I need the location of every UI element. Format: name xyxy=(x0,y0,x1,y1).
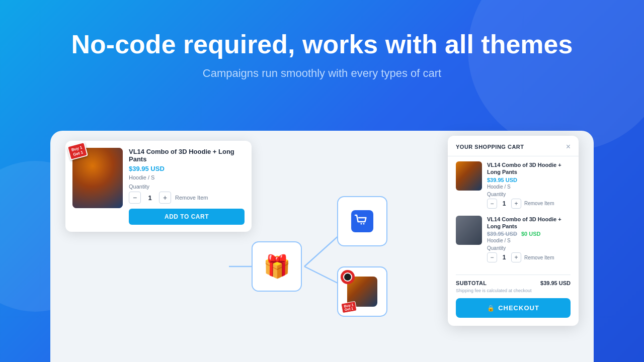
cart-item-variant: Hoodie / S xyxy=(487,184,571,190)
qty-increase-btn[interactable]: + xyxy=(159,192,171,204)
product-details: VL14 Combo of 3D Hoodie + Long Pants $39… xyxy=(129,148,245,225)
svg-point-5 xyxy=(363,223,365,225)
cart-item-variant: Hoodie / S xyxy=(487,238,571,243)
hero-title: No-code required, works with all themes xyxy=(0,30,644,59)
cart-panel: YOUR SHOPPING CART × VL14 Combo of 3D Ho… xyxy=(448,136,579,326)
cart-remove-link[interactable]: Remove Item xyxy=(524,255,554,260)
checkout-button[interactable]: 🔒 CHECKOUT xyxy=(456,298,571,318)
cart-qty-increase[interactable]: + xyxy=(511,252,521,262)
qty-decrease-btn[interactable]: − xyxy=(129,192,141,204)
main-card: Buy 1Get 1 VL14 Combo of 3D Hoodie + Lon… xyxy=(50,131,594,362)
cart-qty-label: Quantity xyxy=(487,245,571,251)
cart-divider xyxy=(456,275,571,275)
product-variant: Hoodie / S xyxy=(129,174,245,180)
cart-qty-value: 1 xyxy=(500,200,508,207)
qty-label: Quantity xyxy=(129,184,245,190)
svg-point-4 xyxy=(361,223,362,225)
gift-box: 🎁 xyxy=(252,241,302,292)
cart-qty-row: − 1 + Remove Item xyxy=(487,252,571,262)
cart-item-price: $39.95 USD xyxy=(487,177,571,183)
shipping-note: Shipping fee is calculated at checkout xyxy=(448,288,579,298)
cart-item-info: VL14 Combo of 3D Hoodie + Long Pants $39… xyxy=(487,161,571,209)
lock-icon: 🔒 xyxy=(487,305,495,312)
cart-item-image xyxy=(456,161,482,191)
cart-item-free-price: $0 USD xyxy=(521,231,541,237)
cart-box xyxy=(337,196,387,246)
product-image-wrap: Buy 1Get 1 xyxy=(72,148,123,208)
cart-subtotal: SUBTOTAL $39.95 USD xyxy=(448,280,579,288)
qty-value: 1 xyxy=(145,194,155,202)
cart-item-info: VL14 Combo of 3D Hoodie + Long Pants $39… xyxy=(487,216,571,263)
cart-item: VL14 Combo of 3D Hoodie + Long Pants $39… xyxy=(456,216,571,263)
cart-item-original-price: $39.95 USD xyxy=(487,231,517,237)
cart-qty-label: Quantity xyxy=(487,192,571,197)
product-price: $39.95 USD xyxy=(129,165,245,172)
cart-close-button[interactable]: × xyxy=(566,143,571,151)
cart-header: YOUR SHOPPING CART × xyxy=(448,136,579,156)
shopping-cart-icon xyxy=(349,208,375,234)
add-to-cart-button[interactable]: ADD TO CART xyxy=(129,209,245,225)
cart-items-list: VL14 Combo of 3D Hoodie + Long Pants $39… xyxy=(448,156,579,275)
cart-item-name: VL14 Combo of 3D Hoodie + Long Pants xyxy=(487,161,571,176)
cart-qty-row: − 1 + Remove Item xyxy=(487,199,571,209)
cart-qty-value: 1 xyxy=(500,254,508,261)
qty-row: − 1 + Remove Item xyxy=(129,192,245,204)
cart-item-image xyxy=(456,216,482,245)
gift-icon: 🎁 xyxy=(263,253,291,280)
badge-box: Buy 1Get 1 xyxy=(337,266,387,317)
cart-remove-link[interactable]: Remove Item xyxy=(524,201,554,206)
cart-item-name: VL14 Combo of 3D Hoodie + Long Pants xyxy=(487,216,571,230)
remove-item-link[interactable]: Remove Item xyxy=(175,195,208,201)
hero-subtitle: Campaigns run smoothly with every types … xyxy=(0,67,644,80)
product-name: VL14 Combo of 3D Hoodie + Long Pants xyxy=(129,148,245,163)
checkout-label: CHECKOUT xyxy=(498,304,539,312)
cart-title: YOUR SHOPPING CART xyxy=(456,144,524,150)
cart-item: VL14 Combo of 3D Hoodie + Long Pants $39… xyxy=(456,161,571,209)
flow-diagram: 🎁 Buy 1Get 1 xyxy=(226,156,433,347)
product-popup: Buy 1Get 1 VL14 Combo of 3D Hoodie + Lon… xyxy=(65,141,252,232)
subtotal-label: SUBTOTAL xyxy=(456,280,487,286)
subtotal-value: $39.95 USD xyxy=(540,280,571,286)
cart-qty-decrease[interactable]: − xyxy=(487,199,497,209)
cart-qty-increase[interactable]: + xyxy=(511,199,521,209)
cart-qty-decrease[interactable]: − xyxy=(487,252,497,262)
